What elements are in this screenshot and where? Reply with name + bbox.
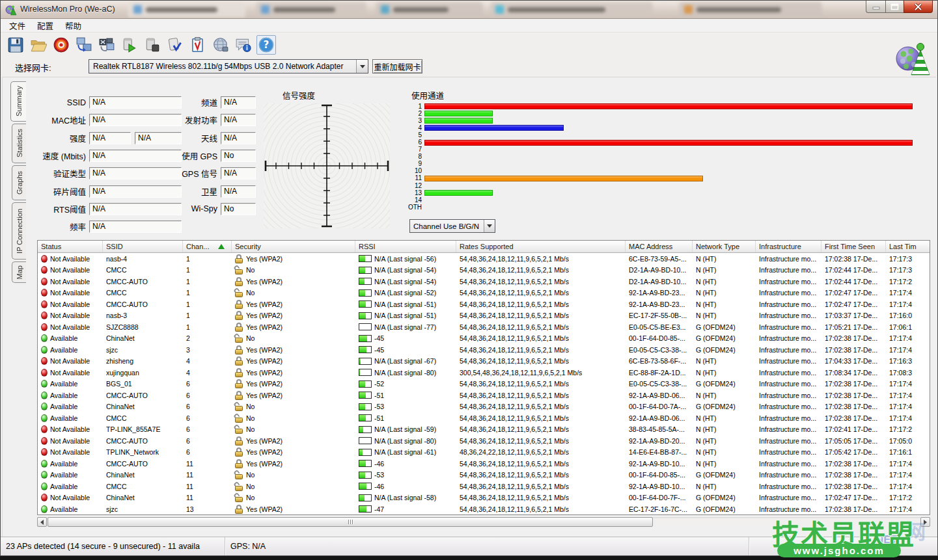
table-row[interactable]: Not Availablezhisheng4Yes (WPA2)N/A (Las… [38, 356, 930, 367]
minimize-button[interactable] [866, 1, 885, 13]
table-row[interactable]: Not AvailableSJZC88881Yes (WPA2)N/A (Las… [38, 321, 930, 333]
table-row[interactable]: AvailableCMCC6No-5154,48,36,24,18,12,11,… [38, 412, 930, 424]
table-row[interactable]: Not AvailableTP-LINK_855A7E6NoN/A (Last … [38, 424, 930, 436]
report-icon[interactable] [188, 35, 208, 55]
rates-cell: 54,48,36,24,18,12,11,9,6,5,2,1 Mb/s [456, 333, 626, 345]
export-graph-icon[interactable] [74, 35, 94, 55]
table-row[interactable]: AvailableChinaNet6No-5354,48,36,24,18,12… [38, 401, 930, 413]
table-row[interactable]: Not AvailableCMCC1NoN/A (Last signal -52… [38, 287, 930, 299]
table-row[interactable]: Not AvailableCMCC-AUTO1Yes (WPA2)N/A (La… [38, 276, 930, 287]
security-cell: No [232, 481, 355, 492]
table-row[interactable]: Not AvailableCMCC-AUTO6Yes (WPA2)N/A (La… [38, 435, 930, 447]
field-value[interactable]: N/A [89, 185, 182, 198]
rssi-cell: N/A (Last signal -54) [355, 265, 456, 276]
log-start-icon[interactable] [120, 35, 139, 55]
column-header-status[interactable]: Status [38, 241, 103, 252]
table-row[interactable]: AvailableChinaNet11No-5354,48,36,24,18,1… [38, 470, 930, 481]
field-value[interactable]: N/A [221, 167, 256, 180]
column-header-mac-address[interactable]: MAC Address [626, 241, 693, 252]
signal-bar-icon [359, 494, 372, 501]
save-icon[interactable] [6, 35, 25, 55]
scroll-left-button[interactable] [37, 517, 47, 527]
column-header-rssi[interactable]: RSSI [355, 241, 456, 252]
menu-item-3[interactable]: 帮助 [59, 18, 87, 33]
channel-label: 13 [405, 190, 422, 196]
web-icon[interactable] [211, 35, 230, 55]
channel-cell: 4 [183, 356, 232, 367]
combobox-dropdown-button[interactable] [356, 60, 368, 73]
combobox-dropdown-button[interactable] [484, 220, 495, 232]
column-header-ssid[interactable]: SSID [103, 241, 183, 252]
field-value[interactable]: N/A [221, 185, 256, 198]
field-value[interactable]: N/A [89, 114, 182, 126]
column-header-first-time-seen[interactable]: First Time Seen [821, 241, 886, 252]
signal-bar-icon [359, 278, 372, 285]
title-bar[interactable]: WirelessMon Pro (We-aC) [1, 1, 937, 19]
chat-info-icon[interactable] [234, 35, 253, 55]
maximize-button[interactable] [885, 1, 904, 13]
column-header-rates-supported[interactable]: Rates Supported [456, 241, 626, 252]
scrollbar-thumb[interactable] [48, 517, 653, 527]
not-available-icon [41, 289, 48, 297]
field-value[interactable]: N/A [221, 114, 256, 126]
network-type-cell: N (HT) [693, 481, 756, 492]
field-value[interactable]: N/A [221, 96, 256, 109]
menu-item-1[interactable]: 文件 [3, 18, 31, 33]
table-row[interactable]: AvailableCMCC11No-4654,48,36,24,18,12,11… [38, 481, 930, 492]
signal-bar-icon [359, 358, 372, 365]
open-icon[interactable] [29, 35, 48, 55]
signal-bar-icon [359, 300, 372, 308]
channel-use-combobox[interactable]: Channel Use B/G/N [409, 219, 495, 233]
adapter-row: 选择网卡: Realtek RTL8187 Wireless 802.11b/g… [1, 57, 937, 77]
field-value[interactable]: No [221, 203, 256, 215]
tab-statistics[interactable]: Statistics [12, 124, 26, 163]
help-icon[interactable]: ? [256, 35, 276, 55]
field-value[interactable]: N/A [89, 150, 182, 162]
table-row[interactable]: AvailableBGS_016Yes (WPA2)-5254,48,36,24… [38, 379, 930, 390]
field-value[interactable]: N/A [89, 96, 182, 109]
table-row[interactable]: AvailableChinaNet2No-4554,48,36,24,18,12… [38, 333, 930, 345]
table-row[interactable]: Not Availablexujingquan4Yes (WPA2)N/A (L… [38, 367, 930, 379]
record-icon[interactable] [51, 35, 71, 55]
close-button[interactable] [904, 1, 933, 13]
field-value[interactable]: N/A [135, 132, 182, 144]
not-available-icon [41, 425, 48, 433]
field-value[interactable]: No [221, 150, 256, 162]
log-stop-icon[interactable] [143, 35, 162, 55]
table-row[interactable]: Not AvailableCMCC-AUTO1Yes (WPA2)N/A (La… [38, 299, 930, 310]
mac-cell: E0-05-C5-BE-E3... [626, 321, 693, 333]
table-row[interactable]: Not Availablenasb-31Yes (WPA2)N/A (Last … [38, 310, 930, 322]
reload-adapter-button[interactable]: 重新加载网卡 [372, 59, 422, 73]
table-row[interactable]: Availablesjzc3Yes (WPA2)-4554,48,36,24,1… [38, 344, 930, 356]
tab-ip-connection[interactable]: IP Connection [12, 202, 26, 260]
tab-map[interactable]: Map [12, 261, 26, 283]
table-row[interactable]: AvailableCMCC-AUTO11Yes (WPA2)-4654,48,3… [38, 458, 930, 470]
delete-graph-icon[interactable] [97, 35, 117, 55]
table-row[interactable]: Not AvailableCMCC1NoN/A (Last signal -54… [38, 265, 930, 276]
column-header-security[interactable]: Security [232, 241, 355, 252]
network-type-cell: N (HT) [693, 458, 756, 470]
ssid-cell: nasb-3 [103, 310, 183, 322]
tab-graphs[interactable]: Graphs [12, 165, 26, 200]
tab-summary[interactable]: Summary [10, 81, 26, 122]
field-value[interactable]: N/A [89, 220, 182, 233]
menu-item-2[interactable]: 配置 [31, 18, 59, 33]
field-value[interactable]: N/A [89, 203, 182, 215]
adapter-combobox[interactable]: Realtek RTL8187 Wireless 802.11b/g 54Mbp… [89, 59, 368, 73]
table-row[interactable]: Not AvailableTPLINK_Network6Yes (WPA2)N/… [38, 447, 930, 459]
rssi-cell: N/A (Last signal -54) [355, 276, 456, 287]
table-row[interactable]: AvailableCMCC-AUTO6Yes (WPA2)-5154,48,36… [38, 390, 930, 401]
ssid-cell: CMCC [103, 265, 183, 276]
column-header-chan-[interactable]: Chan... [183, 241, 232, 252]
field-value[interactable]: N/A [221, 132, 256, 144]
available-icon [41, 380, 48, 388]
log-check-icon[interactable] [165, 35, 185, 55]
column-header-infrastructure[interactable]: Infrastructure [756, 241, 821, 252]
field-value[interactable]: N/A [89, 132, 131, 144]
table-row[interactable]: Not AvailableChinaNet11NoN/A (Last signa… [38, 492, 930, 504]
field-value[interactable]: N/A [89, 167, 182, 180]
table-row[interactable]: Not Availablenasb-41Yes (WPA2)N/A (Last … [38, 253, 930, 265]
security-cell: Yes (WPA2) [232, 321, 355, 333]
column-header-last-tim[interactable]: Last Tim [886, 241, 930, 252]
column-header-network-type[interactable]: Network Type [693, 241, 756, 252]
